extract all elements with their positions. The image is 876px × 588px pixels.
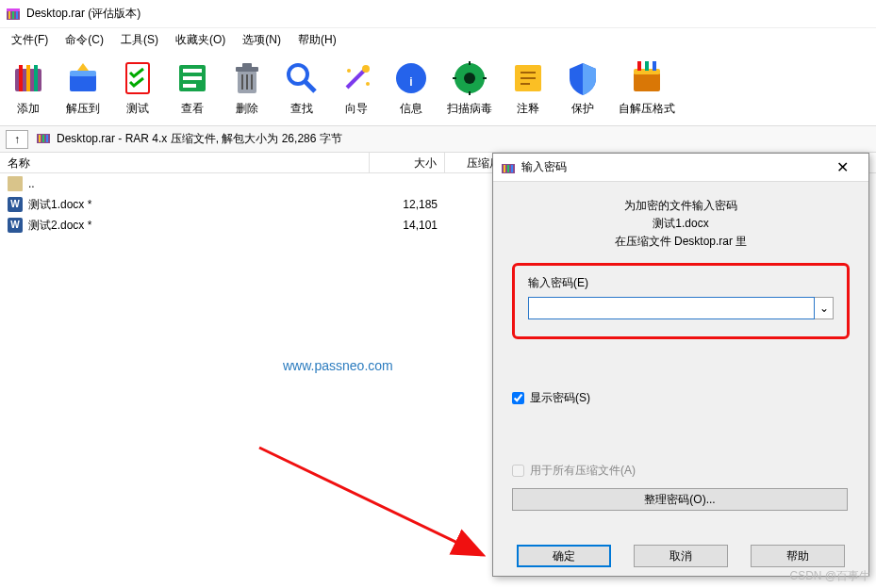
scan-button[interactable]: 扫描病毒 <box>447 59 492 117</box>
svg-line-23 <box>306 82 315 91</box>
winrar-icon <box>36 130 51 148</box>
menu-file[interactable]: 文件(F) <box>4 30 56 50</box>
svg-point-31 <box>464 73 475 84</box>
svg-rect-21 <box>251 74 253 90</box>
use-for-all-checkbox[interactable]: 用于所有压缩文件(A) <box>512 463 850 479</box>
dialog-message: 为加密的文件输入密码 测试1.docx 在压缩文件 Desktop.rar 里 <box>512 197 850 252</box>
password-group: 输入密码(E) ⌄ <box>512 263 850 339</box>
password-dropdown[interactable]: ⌄ <box>815 297 834 319</box>
svg-rect-20 <box>246 74 248 90</box>
watermark-text: www.passneo.com <box>283 358 393 373</box>
folder-icon <box>8 176 23 191</box>
menu-help[interactable]: 帮助(H) <box>290 30 344 50</box>
svg-rect-52 <box>511 165 513 172</box>
svg-rect-10 <box>70 71 96 76</box>
svg-rect-48 <box>46 135 48 142</box>
view-icon <box>174 59 211 97</box>
svg-rect-7 <box>26 65 30 91</box>
menu-tools[interactable]: 工具(S) <box>113 30 166 50</box>
svg-rect-11 <box>126 63 149 93</box>
extract-icon <box>64 59 102 97</box>
test-button[interactable]: 测试 <box>119 59 157 117</box>
svg-line-53 <box>259 448 481 554</box>
delete-icon <box>228 59 266 97</box>
svg-rect-43 <box>645 61 649 71</box>
col-size[interactable]: 大小 <box>370 153 445 172</box>
toolbar: 添加 解压到 测试 查看 删除 查找 向导 i信息 扫描病毒 注释 保护 自解压… <box>0 51 876 126</box>
close-button[interactable]: ✕ <box>823 158 861 176</box>
svg-rect-13 <box>183 69 202 73</box>
svg-rect-18 <box>242 63 252 68</box>
comment-icon <box>509 59 547 97</box>
svg-rect-14 <box>183 76 202 80</box>
menubar: 文件(F) 命令(C) 工具(S) 收藏夹(O) 选项(N) 帮助(H) <box>0 28 876 51</box>
password-label: 输入密码(E) <box>528 276 588 289</box>
help-button[interactable]: 帮助 <box>751 545 845 567</box>
svg-rect-2 <box>8 11 10 19</box>
path-display[interactable]: Desktop.rar - RAR 4.x 压缩文件, 解包大小为 26,286… <box>36 130 342 148</box>
up-button[interactable]: ↑ <box>6 130 28 149</box>
csdn-watermark: CSDN @百事牛 <box>789 568 870 584</box>
view-button[interactable]: 查看 <box>174 59 211 117</box>
svg-rect-8 <box>34 65 38 91</box>
svg-rect-3 <box>12 11 14 19</box>
window-titlebar: Desktop.rar (评估版本) <box>0 0 876 28</box>
pathbar: ↑ Desktop.rar - RAR 4.x 压缩文件, 解包大小为 26,2… <box>0 126 876 153</box>
menu-commands[interactable]: 命令(C) <box>58 30 111 50</box>
test-icon <box>119 59 157 97</box>
find-button[interactable]: 查找 <box>283 59 321 117</box>
svg-rect-4 <box>16 11 18 19</box>
sfx-icon <box>628 59 666 97</box>
dialog-title: 输入密码 <box>521 159 823 175</box>
delete-button[interactable]: 删除 <box>228 59 266 117</box>
dialog-titlebar: 输入密码 ✕ <box>493 154 868 182</box>
winrar-icon <box>6 7 21 22</box>
svg-rect-44 <box>653 61 656 71</box>
svg-rect-19 <box>241 74 243 90</box>
svg-rect-15 <box>183 84 196 88</box>
ok-button[interactable]: 确定 <box>517 545 611 567</box>
svg-rect-42 <box>637 61 641 71</box>
password-dialog: 输入密码 ✕ 为加密的文件输入密码 测试1.docx 在压缩文件 Desktop… <box>492 153 869 577</box>
password-input[interactable] <box>528 297 815 319</box>
add-button[interactable]: 添加 <box>9 59 47 117</box>
find-icon <box>283 59 321 97</box>
info-icon: i <box>392 59 430 97</box>
svg-rect-6 <box>19 65 23 91</box>
extract-button[interactable]: 解压到 <box>64 59 102 117</box>
wizard-icon <box>338 59 375 97</box>
svg-rect-51 <box>507 165 509 172</box>
svg-rect-9 <box>70 74 96 91</box>
menu-options[interactable]: 选项(N) <box>235 30 289 50</box>
window-title: Desktop.rar (评估版本) <box>26 6 140 22</box>
protect-icon <box>564 59 602 97</box>
protect-button[interactable]: 保护 <box>564 59 602 117</box>
cancel-button[interactable]: 取消 <box>634 545 728 567</box>
svg-point-26 <box>347 69 351 73</box>
svg-rect-1 <box>7 8 20 11</box>
col-name[interactable]: 名称 <box>0 153 370 172</box>
comment-button[interactable]: 注释 <box>509 59 547 117</box>
info-button[interactable]: i信息 <box>392 59 430 117</box>
add-icon <box>9 59 47 97</box>
sfx-button[interactable]: 自解压格式 <box>619 59 675 117</box>
scan-icon <box>451 59 488 97</box>
docx-icon: W <box>8 218 23 233</box>
svg-point-22 <box>289 65 307 84</box>
menu-favorites[interactable]: 收藏夹(O) <box>168 30 233 50</box>
docx-icon: W <box>8 197 23 212</box>
organize-passwords-button[interactable]: 整理密码(O)... <box>512 488 848 511</box>
svg-rect-40 <box>634 73 660 91</box>
svg-rect-50 <box>504 165 505 172</box>
svg-point-27 <box>366 82 370 86</box>
wizard-button[interactable]: 向导 <box>338 59 375 117</box>
svg-point-25 <box>362 65 370 73</box>
svg-rect-46 <box>39 135 41 142</box>
svg-rect-47 <box>42 135 44 142</box>
show-password-checkbox[interactable]: 显示密码(S) <box>512 390 850 406</box>
svg-text:i: i <box>409 75 412 89</box>
winrar-icon <box>501 160 516 175</box>
